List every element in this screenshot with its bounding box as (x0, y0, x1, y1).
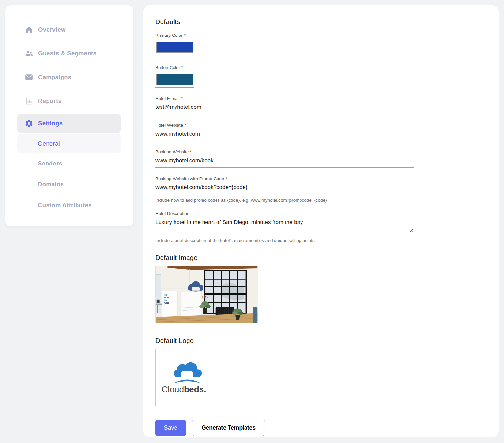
booking-promo-input[interactable] (155, 181, 414, 194)
page-title: Defaults (155, 18, 499, 26)
default-image-heading: Default Image (155, 254, 414, 262)
sidebar-item-label: Guests & Segments (38, 50, 97, 57)
sidebar-item-label: Campaigns (38, 74, 71, 81)
hotel-email-input[interactable] (155, 101, 414, 114)
home-icon (24, 25, 33, 34)
office-photo: Cloudbeds Re write the rules (156, 266, 258, 323)
primary-color-field (155, 38, 194, 55)
chart-icon (24, 96, 33, 105)
default-logo-heading: Default Logo (155, 337, 414, 345)
sidebar-item-custom-attributes[interactable]: Custom Attributes (5, 195, 133, 216)
sidebar-item-general[interactable]: General (17, 134, 121, 153)
svg-text:Cloudbeds.: Cloudbeds. (161, 384, 206, 394)
hotel-email-label: Hotel E-mail * (155, 96, 414, 101)
sidebar-item-label: General (38, 140, 60, 147)
sidebar: Overview Guests & Segments Campaigns Rep… (5, 5, 133, 226)
hotel-description-label: Hotel Description (155, 211, 414, 216)
people-icon (24, 49, 33, 58)
sidebar-item-label: Senders (38, 160, 62, 167)
primary-color-label: Primary Color * (155, 33, 414, 38)
sidebar-item-label: Custom Attributes (38, 202, 92, 209)
booking-website-input[interactable] (155, 154, 414, 168)
button-color-field (155, 70, 194, 88)
default-image-preview: Cloudbeds Re write the rules (155, 266, 258, 323)
booking-promo-helper: Include how to add promo codes as {code}… (155, 198, 414, 203)
sidebar-item-label: Settings (38, 120, 63, 127)
hotel-description-helper: Include a brief description of the hotel… (155, 238, 414, 243)
sidebar-item-senders[interactable]: Senders (5, 153, 133, 174)
default-logo-preview: Cloudbeds. (155, 349, 212, 406)
sidebar-item-label: Reports (38, 97, 62, 105)
hotel-website-input[interactable] (155, 128, 414, 141)
sidebar-item-reports[interactable]: Reports (5, 89, 133, 113)
hotel-description-textarea[interactable]: Luxury hotel in the heart of San Diego, … (155, 216, 414, 235)
hotel-website-label: Hotel Website * (155, 123, 414, 128)
cloudbeds-logo: Cloudbeds. (160, 360, 208, 395)
button-color-swatch[interactable] (156, 74, 193, 85)
primary-color-swatch[interactable] (156, 42, 193, 53)
sidebar-item-label: Overview (38, 26, 66, 33)
sidebar-item-guests-segments[interactable]: Guests & Segments (5, 41, 133, 65)
booking-promo-label: Booking Website with Promo Code * (155, 176, 414, 181)
booking-website-label: Booking Website * (155, 150, 414, 154)
sidebar-item-domains[interactable]: Domains (5, 174, 133, 195)
save-button[interactable]: Save (155, 420, 186, 436)
gear-icon (24, 119, 33, 128)
sidebar-item-label: Domains (38, 181, 64, 188)
sidebar-item-settings[interactable]: Settings (17, 114, 121, 133)
sidebar-item-overview[interactable]: Overview (5, 18, 133, 41)
mail-icon (24, 73, 33, 81)
button-color-label: Button Color * (155, 65, 414, 70)
sidebar-item-campaigns[interactable]: Campaigns (5, 65, 133, 89)
generate-templates-button[interactable]: Generate Templates (192, 420, 265, 436)
settings-general-panel: Defaults Primary Color * Button Color * … (143, 5, 499, 437)
